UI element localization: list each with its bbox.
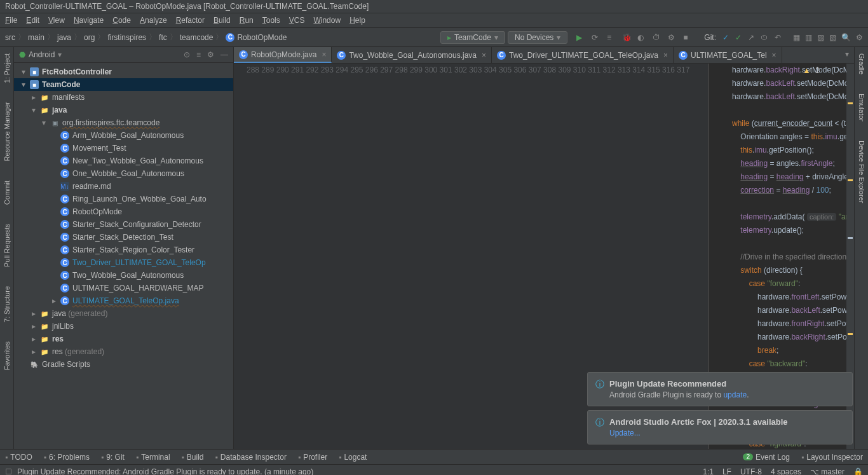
tool-window-commit[interactable]: Commit <box>3 177 11 208</box>
bottom-tool-event-log[interactable]: 2 Event Log <box>743 453 790 462</box>
vcs-update-icon[interactable]: ✓ <box>722 33 729 42</box>
run-config-selector[interactable]: ▸TeamCode▾ <box>440 31 505 44</box>
tree-item[interactable]: CRing_Launch_One_Wobble_Goal_Auto <box>14 193 233 205</box>
tree-item[interactable]: CArm_Wobble_Goal_Autonomous <box>14 129 233 142</box>
tool-window----structure[interactable]: 7: Structure <box>3 283 11 326</box>
bottom-tool-logcat[interactable]: ▪ Logcat <box>339 453 367 462</box>
tree-item[interactable]: CTwo_Driver_ULTIMATE_GOAL_TeleOp <box>14 256 233 269</box>
menu-window[interactable]: Window <box>313 16 341 25</box>
bottom-tool----git[interactable]: ▪ 9: Git <box>101 453 125 462</box>
tree-item[interactable]: CNew_Two_Wobble_Goal_Autonomous <box>14 155 233 167</box>
editor-tab[interactable]: CTwo_Wobble_Goal_Autonomous.java× <box>332 47 492 63</box>
tool-window-gradle[interactable]: Gradle <box>858 50 865 78</box>
vcs-history-icon[interactable]: ⏲ <box>761 33 768 42</box>
project-tree[interactable]: ▾■FtcRobotController▾■TeamCode▸📁manifest… <box>14 63 233 373</box>
layout-icon[interactable]: ▧ <box>829 33 836 42</box>
breadcrumb-item[interactable]: src <box>5 33 15 42</box>
bottom-tool-todo[interactable]: ▪ TODO <box>5 453 32 462</box>
status-widget[interactable]: UTF-8 <box>740 467 762 476</box>
tree-item[interactable]: CMovement_Test <box>14 142 233 155</box>
expand-icon[interactable]: ≡ <box>196 50 201 59</box>
bottom-tool-layout-inspector[interactable]: ▪ Layout Inspector <box>801 453 863 462</box>
breadcrumb-item[interactable]: firstinspires <box>107 33 146 42</box>
tree-item[interactable]: ▾▣org.firstinspires.ftc.teamcode <box>14 116 233 129</box>
tree-item[interactable]: ▸📁java (generated) <box>14 307 233 320</box>
search-icon[interactable]: 🔍 <box>841 33 851 42</box>
notification[interactable]: ⓘPlugin Update RecommendedAndroid Gradle… <box>587 372 853 406</box>
tool-window-favorites[interactable]: Favorites <box>3 338 11 373</box>
breadcrumb-item[interactable]: org <box>84 33 95 42</box>
coverage-icon[interactable]: ◐ <box>637 33 646 42</box>
status-widget[interactable]: ⌥ master <box>810 467 844 476</box>
notification-link[interactable]: Update... <box>609 429 641 437</box>
menu-vcs[interactable]: VCS <box>289 16 305 25</box>
tree-item[interactable]: CStarter_Stack_Configuration_Detector <box>14 218 233 231</box>
tool-settings-icon[interactable]: ⚙ <box>207 50 214 59</box>
breadcrumb-item[interactable]: RobotOpMode <box>237 33 287 42</box>
menu-view[interactable]: View <box>48 16 65 25</box>
editor-tab[interactable]: CRobotOpMode.java× <box>234 47 332 63</box>
editor-tab[interactable]: CTwo_Driver_ULTIMATE_GOAL_TeleOp.java× <box>492 47 674 63</box>
breadcrumb-item[interactable]: ftc <box>159 33 167 42</box>
debug-icon[interactable]: ≡ <box>607 33 616 42</box>
bottom-tool-database-inspector[interactable]: ▪ Database Inspector <box>215 453 287 462</box>
tree-item[interactable]: CTwo_Wobble_Goal_Autonomous <box>14 269 233 282</box>
avd-icon[interactable]: ▦ <box>793 33 800 42</box>
menu-tools[interactable]: Tools <box>262 16 280 25</box>
inspection-widget[interactable]: ▲ 2 ˆˇ <box>803 66 835 75</box>
project-view-selector[interactable]: ⬣ Android ▾ <box>19 50 180 59</box>
bottom-tool----problems[interactable]: ▪ 6: Problems <box>44 453 90 462</box>
settings-icon[interactable]: ⚙ <box>856 33 863 42</box>
tree-item[interactable]: ▸📁manifests <box>14 91 233 104</box>
sdk-icon[interactable]: ▥ <box>805 33 812 42</box>
tree-item[interactable]: ▸CULTIMATE_GOAL_TeleOp.java <box>14 294 233 307</box>
device-selector[interactable]: No Devices▾ <box>508 31 567 44</box>
menu-run[interactable]: Run <box>240 16 254 25</box>
status-widget[interactable]: 4 spaces <box>771 467 801 476</box>
tree-item[interactable]: 🐘Gradle Scripts <box>14 358 233 371</box>
vcs-push-icon[interactable]: ↗ <box>748 33 754 42</box>
bottom-tool-profiler[interactable]: ▪ Profiler <box>298 453 327 462</box>
tree-item[interactable]: ▾📁java <box>14 104 233 116</box>
stop-icon[interactable]: ■ <box>683 33 692 42</box>
menu-help[interactable]: Help <box>349 16 365 25</box>
notification-link[interactable]: update <box>723 390 747 399</box>
tree-item[interactable]: ▸📁res <box>14 333 233 345</box>
tree-item[interactable]: COne_Wobble_Goal_Autonomous <box>14 167 233 180</box>
menu-file[interactable]: File <box>5 16 17 25</box>
menu-build[interactable]: Build <box>214 16 231 25</box>
tree-item[interactable]: M↓readme.md <box>14 180 233 193</box>
breadcrumb-item[interactable]: teamcode <box>180 33 214 42</box>
tree-item[interactable]: ▸📁res (generated) <box>14 345 233 358</box>
hide-icon[interactable]: — <box>220 50 228 59</box>
menu-analyze[interactable]: Analyze <box>140 16 167 25</box>
sync-icon[interactable]: ▨ <box>817 33 824 42</box>
vcs-commit-icon[interactable]: ✓ <box>735 33 742 42</box>
tool-window----project[interactable]: 1: Project <box>3 50 11 86</box>
tool-window-device-file-explorer[interactable]: Device File Explorer <box>858 137 865 206</box>
status-widget[interactable]: 1:1 <box>703 467 714 476</box>
notification[interactable]: ⓘAndroid Studio Arctic Fox | 2020.3.1 av… <box>587 410 853 444</box>
close-tab-icon[interactable]: × <box>482 51 486 60</box>
tabs-dropdown-icon[interactable]: ▾ <box>840 47 854 63</box>
apply-changes-icon[interactable]: ⟳ <box>592 33 600 42</box>
lock-icon[interactable]: 🔒 <box>853 467 863 476</box>
menu-edit[interactable]: Edit <box>26 16 39 25</box>
breadcrumb-item[interactable]: main <box>28 33 44 42</box>
bottom-tool-build[interactable]: ▪ Build <box>182 453 204 462</box>
tree-item[interactable]: CStarter_Stack_Detection_Test <box>14 231 233 244</box>
editor-tab[interactable]: CULTIMATE_GOAL_Tel× <box>674 47 782 63</box>
tree-item[interactable]: CULTIMATE_GOAL_HARDWARE_MAP <box>14 282 233 294</box>
tree-item[interactable]: CRobotOpMode <box>14 205 233 218</box>
tree-item[interactable]: ▾■TeamCode <box>14 78 233 91</box>
menu-code[interactable]: Code <box>112 16 131 25</box>
select-opened-icon[interactable]: ⊙ <box>184 50 190 59</box>
tree-item[interactable]: ▾■FtcRobotController <box>14 65 233 78</box>
close-tab-icon[interactable]: × <box>772 51 776 60</box>
breadcrumb-item[interactable]: java <box>57 33 71 42</box>
profile-icon[interactable]: ⏱ <box>653 33 661 42</box>
bottom-tool-terminal[interactable]: ▪ Terminal <box>136 453 170 462</box>
menu-navigate[interactable]: Navigate <box>74 16 104 25</box>
tool-window-pull-requests[interactable]: Pull Requests <box>3 221 11 270</box>
run-icon[interactable]: ▶ <box>576 33 585 42</box>
